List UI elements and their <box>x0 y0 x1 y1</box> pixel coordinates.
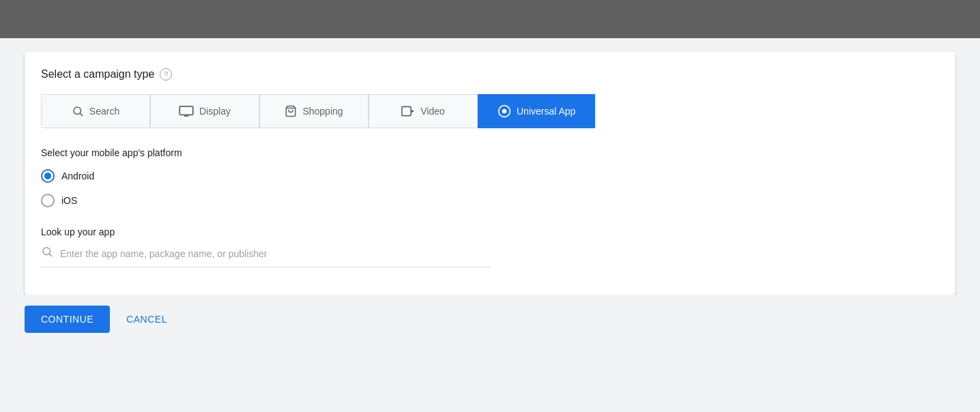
lookup-search-icon <box>41 246 53 261</box>
platform-section: Select your mobile app's platform Androi… <box>41 147 939 267</box>
platform-title: Select your mobile app's platform <box>41 147 939 158</box>
cancel-button[interactable]: CANCEL <box>115 306 178 333</box>
tab-shopping[interactable]: Shopping <box>259 94 369 128</box>
svg-line-9 <box>49 254 51 256</box>
tab-video[interactable]: Video <box>369 94 478 128</box>
radio-android-label: Android <box>61 171 94 181</box>
search-tab-icon <box>72 105 84 117</box>
radio-android-circle <box>41 169 55 183</box>
top-bar <box>0 0 980 38</box>
main-content: Select a campaign type ? Search <box>0 38 980 295</box>
video-tab-icon <box>401 106 415 117</box>
lookup-title: Look up your app <box>41 226 939 237</box>
tab-shopping-label: Shopping <box>302 106 343 117</box>
section-title-row: Select a campaign type ? <box>41 68 939 80</box>
display-tab-icon <box>179 106 194 117</box>
section-title-text: Select a campaign type <box>41 68 154 80</box>
footer-bar: CONTINUE CANCEL <box>0 295 980 344</box>
tab-video-label: Video <box>420 106 445 117</box>
tab-search-label: Search <box>89 106 119 117</box>
radio-ios-label: iOS <box>61 195 77 206</box>
svg-line-1 <box>80 113 82 115</box>
radio-option-ios[interactable]: iOS <box>41 194 939 207</box>
radio-ios-circle <box>41 194 55 207</box>
tab-search[interactable]: Search <box>41 94 150 128</box>
tab-universal[interactable]: Universal App <box>478 94 595 128</box>
radio-group: Android iOS <box>41 169 939 207</box>
lookup-section: Look up your app <box>41 226 939 267</box>
shopping-tab-icon <box>285 105 297 117</box>
continue-button[interactable]: CONTINUE <box>25 306 110 333</box>
help-icon[interactable]: ? <box>160 68 172 80</box>
campaign-tabs: Search Display <box>41 94 939 128</box>
search-input-wrapper <box>41 246 491 267</box>
svg-point-7 <box>502 109 507 114</box>
app-lookup-input[interactable] <box>60 248 491 259</box>
tab-universal-label: Universal App <box>517 106 575 117</box>
campaign-card: Select a campaign type ? Search <box>25 52 955 295</box>
universal-tab-icon <box>498 104 511 118</box>
radio-option-android[interactable]: Android <box>41 169 939 183</box>
tab-display-label: Display <box>199 106 231 117</box>
svg-rect-5 <box>402 106 411 115</box>
tab-display[interactable]: Display <box>150 94 259 128</box>
svg-rect-2 <box>179 106 193 115</box>
radio-android-inner <box>44 173 51 179</box>
